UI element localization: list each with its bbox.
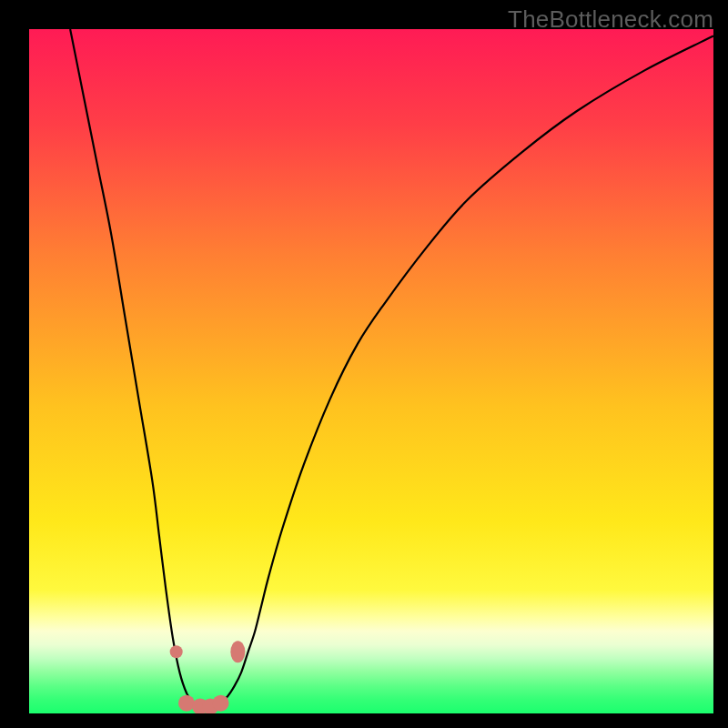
plot-area	[29, 29, 713, 713]
watermark-text: TheBottleneck.com	[508, 5, 713, 34]
data-marker	[213, 695, 229, 712]
background-gradient	[29, 29, 713, 713]
data-marker	[230, 641, 245, 662]
chart-svg	[29, 29, 713, 713]
data-marker	[170, 645, 183, 658]
data-marker	[178, 695, 195, 712]
chart-frame: TheBottleneck.com	[0, 0, 728, 728]
